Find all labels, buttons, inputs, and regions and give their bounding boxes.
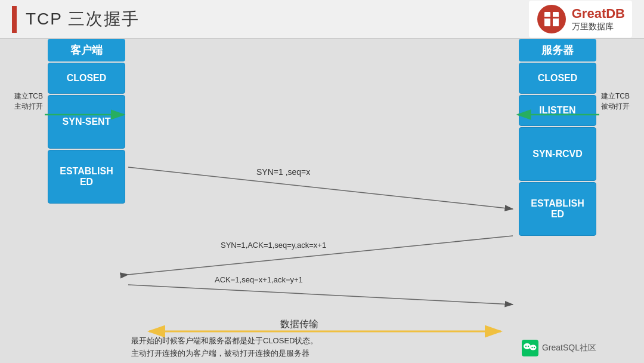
svg-point-20 [524, 343, 531, 349]
greatdb-logo-icon [536, 4, 567, 35]
bottom-description: 最开始的时候客户端和服务器都是处于CLOSED状态。 主动打开连接的为客户端，被… [131, 335, 318, 360]
logo-area: GreatDB 万里数据库 [529, 1, 632, 38]
svg-line-11 [128, 167, 513, 209]
left-side-label: 建立TCB主动打开 [0, 91, 43, 112]
svg-point-23 [528, 346, 529, 347]
svg-line-13 [128, 236, 513, 275]
svg-point-22 [525, 346, 527, 347]
logo-great: Great [572, 6, 606, 21]
server-established-state: ESTABLISHED [519, 182, 596, 236]
svg-rect-3 [544, 17, 559, 19]
logo-brand: GreatDB [572, 6, 625, 21]
client-syn-sent-state: SYN-SENT [48, 95, 125, 149]
logo-subtitle: 万里数据库 [572, 21, 614, 32]
bottom-text-line1: 最开始的时候客户端和服务器都是处于CLOSED状态。 [131, 335, 318, 347]
wechat-label: GreatSQL社区 [542, 343, 596, 353]
client-established-state: ESTABLISHED [48, 150, 125, 204]
svg-text:数据传输: 数据传输 [280, 319, 318, 329]
page-title: TCP 三次握手 [26, 8, 140, 30]
svg-text:SYN=1,ACK=1,seq=y,ack=x+1: SYN=1,ACK=1,seq=y,ack=x+1 [221, 241, 326, 250]
bottom-text-line2: 主动打开连接的为客户端，被动打开连接的是服务器 [131, 347, 318, 360]
svg-point-21 [530, 345, 536, 350]
server-column: 服务器 CLOSED ILISTEN SYN-RCVD ESTABLISHED [519, 39, 596, 236]
svg-text:SYN=1 ,seq=x: SYN=1 ,seq=x [256, 167, 310, 177]
logo-text: GreatDB 万里数据库 [572, 6, 625, 32]
svg-rect-2 [553, 12, 559, 26]
logo-db: DB [606, 6, 625, 21]
svg-line-15 [128, 285, 513, 304]
wechat-icon [521, 339, 539, 357]
svg-point-0 [537, 5, 566, 33]
svg-point-25 [534, 347, 535, 348]
wechat-area: GreatSQL社区 [521, 339, 596, 357]
header: TCP 三次握手 GreatDB 万里数据库 [0, 0, 644, 39]
svg-text:ACK=1,seq=x+1,ack=y+1: ACK=1,seq=x+1,ack=y+1 [215, 275, 303, 284]
client-column: 客户端 CLOSED SYN-SENT ESTABLISHED [48, 39, 125, 204]
server-closed-state: CLOSED [519, 63, 596, 94]
server-syn-rcvd-state: SYN-RCVD [519, 127, 596, 181]
client-closed-state: CLOSED [48, 63, 125, 94]
server-ilisten-state: ILISTEN [519, 95, 596, 126]
client-label: 客户端 [48, 39, 125, 61]
header-accent-bar [12, 6, 17, 33]
svg-rect-1 [544, 12, 550, 26]
server-label: 服务器 [519, 39, 596, 61]
main-content: 建立TCB主动打开 建立TCB被动打开 客户端 CLOSED SYN-SENT … [0, 39, 644, 363]
svg-point-24 [531, 347, 532, 348]
right-side-label: 建立TCB被动打开 [601, 91, 644, 112]
